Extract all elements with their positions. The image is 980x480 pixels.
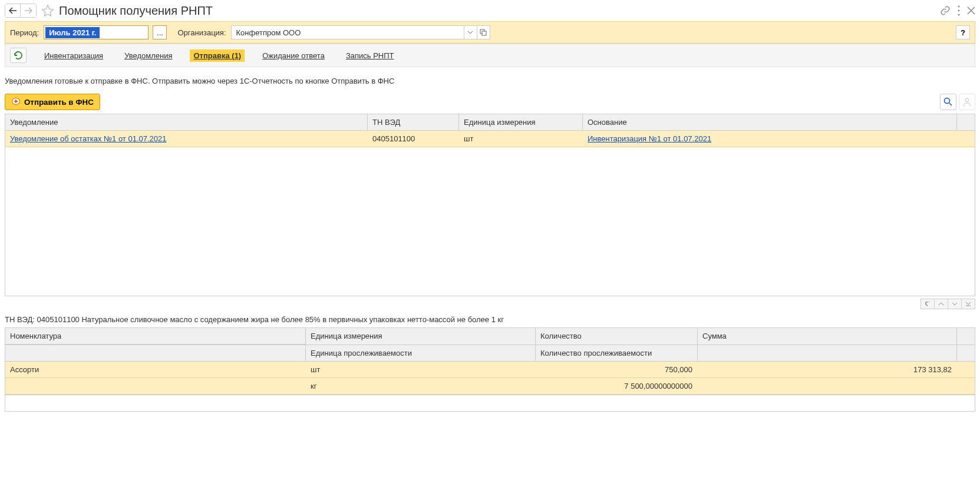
period-value: Июль 2021 г.: [45, 27, 100, 38]
send-to-fns-button[interactable]: Отправить в ФНС: [5, 94, 100, 110]
titlebar: Помощник получения РНПТ: [0, 0, 980, 21]
table-row[interactable]: кг 7 500,00000000000: [5, 378, 975, 395]
svg-point-5: [945, 98, 950, 104]
more-icon[interactable]: [958, 5, 960, 16]
nav-up[interactable]: [934, 299, 948, 309]
nav-buttons: [5, 4, 37, 18]
notice-link[interactable]: Уведомление об остатках №1 от 01.07.2021: [10, 134, 166, 143]
favorite-star-icon[interactable]: [41, 4, 54, 17]
header-sum[interactable]: Сумма: [698, 328, 957, 345]
svg-point-0: [958, 6, 960, 8]
dropdown-icon[interactable]: [464, 26, 477, 39]
refresh-button[interactable]: [10, 48, 27, 63]
header-qty2[interactable]: Количество прослеживаемости: [536, 345, 698, 361]
cell-unit1: шт: [306, 362, 536, 378]
send-button-label: Отправить в ФНС: [24, 98, 94, 107]
help-button[interactable]: ?: [956, 25, 970, 39]
detail-text: ТН ВЭД: 0405101100 Натуральное сливочное…: [0, 312, 980, 327]
header-unit[interactable]: Единица измерения: [459, 114, 583, 130]
arrow-right-icon: [24, 7, 32, 14]
header-unit1[interactable]: Единица измерения: [306, 328, 536, 345]
cell-tnved: 0405101100: [368, 131, 459, 147]
table-row[interactable]: Ассорти шт 750,000 173 313,82: [5, 362, 975, 378]
header-basis[interactable]: Основание: [583, 114, 957, 130]
tab-waiting[interactable]: Ожидание ответа: [259, 49, 328, 62]
notices-grid: Уведомление ТН ВЭД Единица измерения Осн…: [5, 114, 975, 296]
close-icon[interactable]: [967, 6, 975, 15]
organization-select[interactable]: Конфетпром ООО: [231, 25, 490, 39]
header-qty1[interactable]: Количество: [536, 328, 698, 345]
period-picker-button[interactable]: ...: [153, 25, 167, 39]
basis-link[interactable]: Инвентаризация №1 от 01.07.2021: [588, 134, 711, 143]
search-button[interactable]: [940, 94, 956, 110]
toolbar: Инвентаризация Уведомления Отправка (1) …: [5, 44, 975, 67]
title-actions: [940, 5, 975, 16]
cell-qty1: 750,000: [536, 362, 698, 378]
refresh-icon: [14, 51, 23, 60]
cell-qty2: 7 500,00000000000: [536, 378, 698, 394]
header-tnved[interactable]: ТН ВЭД: [368, 114, 459, 130]
svg-point-2: [958, 14, 960, 16]
cell-unit: шт: [459, 131, 583, 147]
info-text: Уведомления готовые к отправке в ФНС. От…: [0, 67, 980, 94]
back-button[interactable]: [5, 4, 21, 17]
period-input[interactable]: Июль 2021 г.: [44, 25, 149, 39]
organization-value: Конфетпром ООО: [232, 28, 464, 37]
nav-first[interactable]: [920, 299, 935, 309]
period-label: Период:: [10, 28, 39, 37]
nav-down[interactable]: [948, 299, 962, 309]
tab-inventory[interactable]: Инвентаризация: [41, 49, 107, 62]
header-nomen[interactable]: Номенклатура: [5, 328, 306, 345]
header-unit2[interactable]: Единица прослеживаемости: [306, 345, 536, 361]
svg-point-6: [965, 98, 969, 102]
forward-button[interactable]: [21, 4, 36, 17]
cell-unit2: кг: [306, 378, 536, 394]
user-icon: [962, 97, 972, 107]
grid-nav: [0, 296, 980, 312]
action-row: Отправить в ФНС: [0, 94, 980, 114]
detail-grid: Номенклатура Единица измерения Количеств…: [5, 327, 975, 412]
nav-last[interactable]: [961, 299, 975, 309]
grid-header: Уведомление ТН ВЭД Единица измерения Осн…: [5, 114, 975, 131]
page-title: Помощник получения РНПТ: [59, 4, 940, 18]
send-icon: [11, 97, 21, 107]
header-notice[interactable]: Уведомление: [5, 114, 368, 130]
tab-sending[interactable]: Отправка (1): [190, 49, 245, 62]
cell-sum: 173 313,82: [698, 362, 957, 378]
filter-bar: Период: Июль 2021 г. ... Организация: Ко…: [5, 21, 975, 44]
user-button[interactable]: [959, 94, 975, 110]
table-row[interactable]: Уведомление об остатках №1 от 01.07.2021…: [5, 131, 975, 147]
org-label: Организация:: [177, 28, 226, 37]
grid2-header: Номенклатура Единица измерения Количеств…: [5, 328, 975, 362]
open-icon[interactable]: [477, 26, 490, 39]
arrow-left-icon: [9, 7, 17, 14]
tab-notices[interactable]: Уведомления: [121, 49, 176, 62]
tab-record[interactable]: Запись РНПТ: [342, 49, 398, 62]
svg-point-1: [958, 10, 960, 12]
svg-rect-4: [482, 31, 486, 35]
search-icon: [943, 97, 953, 107]
cell-nomen: Ассорти: [5, 362, 306, 378]
link-icon[interactable]: [940, 5, 951, 16]
